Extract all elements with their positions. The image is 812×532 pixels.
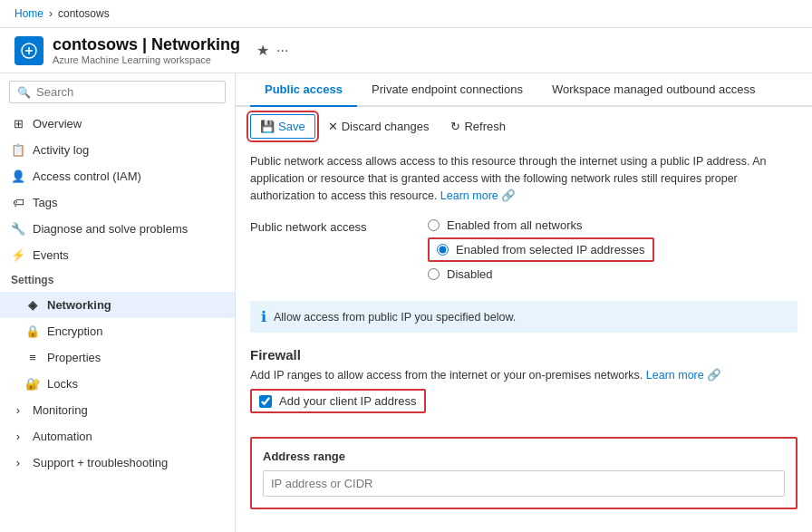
sidebar-item-label: Locks [47,377,78,391]
description-text: Public network access allows access to t… [250,155,767,202]
address-range-title: Address range [263,450,785,463]
search-box[interactable]: 🔍 [9,81,226,103]
access-control-icon: 👤 [11,169,25,183]
sidebar-item-encryption[interactable]: 🔒 Encryption [0,318,235,344]
sidebar-item-networking[interactable]: ◈ Networking [0,292,235,318]
events-icon: ⚡ [11,248,25,262]
diagnose-icon: 🔧 [11,222,25,236]
sidebar-item-label: Networking [47,298,111,312]
main-content: Public access Private endpoint connectio… [236,73,812,532]
radio-disabled-label: Disabled [447,267,493,281]
refresh-label: Refresh [464,120,506,133]
monitoring-expand-icon: › [11,403,25,417]
sidebar-item-label: Tags [33,196,57,209]
network-access-section: Public network access Enabled from all n… [236,211,812,294]
firewall-title: Firewall [250,347,798,363]
radio-selected-input[interactable] [437,244,449,256]
sidebar-item-label: Activity log [33,143,89,157]
info-icon: ℹ [261,308,266,325]
learn-more-link[interactable]: Learn more [440,189,498,202]
radio-selected-addresses[interactable]: Enabled from selected IP addresses [428,237,654,262]
sidebar-item-label: Encryption [47,324,102,338]
radio-selected-label: Enabled from selected IP addresses [456,243,645,256]
favorite-icon[interactable]: ★ [256,42,269,59]
client-ip-checkbox-row[interactable]: Add your client IP address [250,389,426,413]
activity-log-icon: 📋 [11,143,25,157]
sidebar-item-automation[interactable]: › Automation [0,423,235,450]
sidebar-item-label: Diagnose and solve problems [33,222,188,236]
tags-icon: 🏷 [11,196,25,209]
sidebar-item-label: Automation [33,430,92,443]
save-button[interactable]: 💾 Save [250,114,315,139]
save-label: Save [278,120,305,133]
tabs: Public access Private endpoint connectio… [236,73,812,107]
settings-section-header: Settings [0,268,235,292]
radio-all-input[interactable] [428,219,440,231]
search-input[interactable] [36,85,218,99]
sidebar-item-tags[interactable]: 🏷 Tags [0,189,235,216]
page-header: contosows | Networking Azure Machine Lea… [0,28,812,73]
header-actions: ★ ··· [256,42,288,59]
sidebar-item-label: Support + troubleshooting [33,456,168,469]
radio-group: Enabled from all networks Enabled from s… [428,218,654,281]
search-icon: 🔍 [17,86,31,99]
radio-all-networks[interactable]: Enabled from all networks [428,218,654,232]
breadcrumb: Home › contosows [0,0,812,28]
locks-icon: 🔐 [25,377,40,391]
toolbar: 💾 Save ✕ Discard changes ↻ Refresh [236,107,812,146]
automation-expand-icon: › [11,430,25,443]
sidebar-item-label: Monitoring [33,403,88,417]
workspace-icon [14,36,44,65]
info-box: ℹ Allow access from public IP you specif… [250,301,798,333]
tab-private-endpoints[interactable]: Private endpoint connections [357,73,537,107]
sidebar: 🔍 ⊞ Overview 📋 Activity log 👤 Access con… [0,73,236,532]
sidebar-item-diagnose[interactable]: 🔧 Diagnose and solve problems [0,216,235,242]
discard-button[interactable]: ✕ Discard changes [319,115,439,138]
sidebar-item-overview[interactable]: ⊞ Overview [0,111,235,137]
address-range-box: Address range [250,437,798,509]
tab-outbound[interactable]: Workspace managed outbound access [537,73,770,107]
sidebar-item-support[interactable]: › Support + troubleshooting [0,450,235,476]
sidebar-item-activity-log[interactable]: 📋 Activity log [0,137,235,163]
sidebar-item-label: Properties [47,351,101,364]
title-area: contosows | Networking Azure Machine Lea… [53,35,240,65]
page-subtitle: Azure Machine Learning workspace [53,54,240,65]
sidebar-item-label: Access control (IAM) [33,169,141,183]
save-icon: 💾 [260,120,275,133]
overview-icon: ⊞ [11,117,25,131]
client-ip-checkbox[interactable] [259,395,272,408]
radio-disabled[interactable]: Disabled [428,267,654,281]
support-expand-icon: › [11,456,25,469]
properties-icon: ≡ [25,351,40,364]
radio-all-label: Enabled from all networks [447,218,583,232]
sidebar-item-monitoring[interactable]: › Monitoring [0,397,235,423]
encryption-icon: 🔒 [25,324,40,338]
more-icon[interactable]: ··· [276,43,288,59]
sidebar-item-label: Overview [33,117,82,131]
page-title: contosows | Networking [53,35,240,54]
client-ip-label: Add your client IP address [279,394,417,408]
radio-disabled-input[interactable] [428,268,440,280]
description-box: Public network access allows access to t… [250,153,798,204]
discard-label: Discard changes [342,120,430,133]
networking-icon: ◈ [25,298,40,312]
refresh-button[interactable]: ↻ Refresh [441,115,515,138]
sidebar-item-label: Events [33,248,69,262]
firewall-section: Firewall Add IP ranges to allow access f… [236,340,812,430]
address-range-input[interactable] [263,470,785,497]
breadcrumb-home[interactable]: Home [14,7,44,20]
sidebar-item-events[interactable]: ⚡ Events [0,242,235,268]
refresh-icon: ↻ [450,120,460,133]
firewall-learn-more[interactable]: Learn more [646,369,704,382]
network-access-label: Public network access [250,218,413,234]
breadcrumb-current: contosows [58,7,110,20]
firewall-desc: Add IP ranges to allow access from the i… [250,368,798,382]
sidebar-item-access-control[interactable]: 👤 Access control (IAM) [0,163,235,189]
sidebar-item-locks[interactable]: 🔐 Locks [0,371,235,397]
sidebar-item-properties[interactable]: ≡ Properties [0,344,235,371]
info-text: Allow access from public IP you specifie… [274,311,516,324]
tab-public-access[interactable]: Public access [250,73,357,107]
discard-icon: ✕ [328,120,338,133]
